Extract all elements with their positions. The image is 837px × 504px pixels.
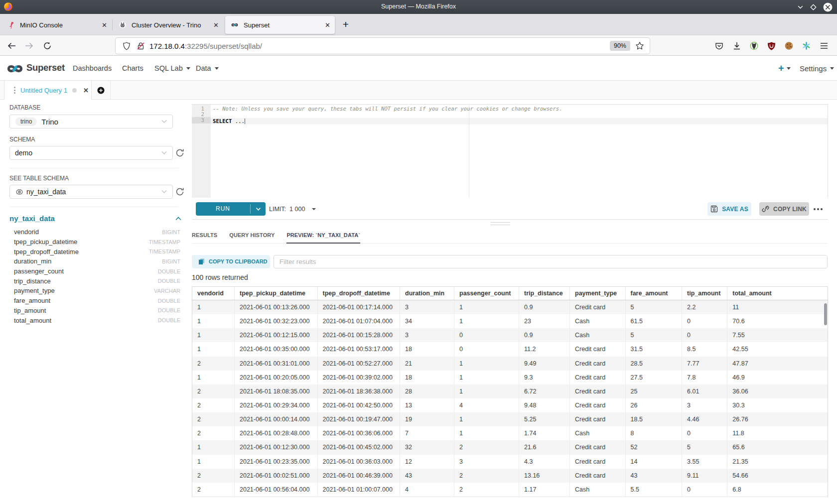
grid-header-row: vendoridtpep_pickup_datetimetpep_dropoff… <box>192 287 828 300</box>
grid-header-cell[interactable]: total_amount <box>727 287 828 300</box>
run-options-button[interactable] <box>251 202 266 216</box>
rabbit-icon <box>119 21 127 29</box>
url-input[interactable]: 172.18.0.4:32295/superset/sqllab/ 90% <box>116 38 650 54</box>
browser-tab-minio[interactable]: MinIO Console ✕ <box>1 16 112 34</box>
reload-button[interactable] <box>40 39 54 53</box>
nav-item-settings[interactable]: Settings <box>800 64 834 73</box>
add-query-tab-button[interactable] <box>92 81 111 100</box>
new-tab-button[interactable]: + <box>340 18 352 31</box>
pane-resize-handle[interactable] <box>491 222 510 225</box>
grid-header-cell[interactable]: fare_amount <box>626 287 683 300</box>
editor-toolbar: RUN LIMIT: 1 000 SAVE AS COPY LINK <box>192 198 828 220</box>
nav-item-charts[interactable]: Charts <box>122 64 143 72</box>
table-row[interactable]: 12021-06-01 00:35:00.0002021-06-01 00:53… <box>192 342 828 356</box>
window-close-button[interactable] <box>823 2 833 12</box>
browser-tab-trino[interactable]: Cluster Overview - Trino ✕ <box>113 16 223 34</box>
sql-editor[interactable]: 1 2 3 -- Note: Unless you save your quer… <box>192 104 828 198</box>
nav-item-dashboards[interactable]: Dashboards <box>73 64 112 72</box>
nav-item-sql-lab[interactable]: SQL Lab <box>154 64 190 72</box>
grid-header-cell[interactable]: passenger_count <box>454 287 519 300</box>
table-row[interactable]: 12021-06-01 00:12:15.0002021-06-01 00:15… <box>192 328 828 342</box>
save-as-button[interactable]: SAVE AS <box>707 202 751 216</box>
editor-comment-line: -- Note: Unless you save your query, the… <box>213 106 562 112</box>
grid-header-cell[interactable]: trip_distance <box>519 287 570 300</box>
table-row[interactable]: 12021-06-01 00:23:35.0002021-06-01 00:36… <box>192 455 828 469</box>
copy-link-button[interactable]: COPY LINK <box>759 202 809 216</box>
tab-close-icon[interactable]: ✕ <box>325 21 330 29</box>
browser-tab-superset[interactable]: Superset ✕ <box>225 16 335 34</box>
plus-icon: + <box>778 64 784 73</box>
forward-button[interactable] <box>22 39 36 53</box>
table-row[interactable]: 22021-06-01 00:02:51.0002021-06-01 00:46… <box>192 469 828 483</box>
table-row[interactable]: 22021-06-01 00:28:48.0002021-06-01 00:36… <box>192 426 828 440</box>
ublock-icon[interactable] <box>767 42 776 50</box>
column-type: DOUBLE <box>158 298 180 304</box>
table-row[interactable]: 12021-06-01 00:32:23.0002021-06-01 01:07… <box>192 314 828 328</box>
new-item-button[interactable]: + <box>778 64 791 73</box>
table-row[interactable]: 22021-06-01 00:56:04.0002021-06-01 01:00… <box>192 483 828 497</box>
browser-tab-title: MinIO Console <box>20 21 99 29</box>
column-name: vendorid <box>14 228 39 236</box>
table-schema-header[interactable]: ny_taxi_data <box>9 214 181 223</box>
copy-to-clipboard-button[interactable]: COPY TO CLIPBOARD <box>192 255 270 268</box>
query-tabs-bar: Untitled Query 1 ✕ <box>0 81 837 100</box>
grid-header-cell[interactable]: duration_min <box>400 287 454 300</box>
tab-close-icon[interactable]: ✕ <box>213 21 219 29</box>
table-row[interactable]: 12021-06-01 00:12:30.0002021-06-01 00:45… <box>192 440 828 454</box>
grid-header-cell[interactable]: tip_amount <box>682 287 727 300</box>
filter-results-input[interactable] <box>274 255 828 268</box>
bookmark-star-icon[interactable] <box>635 41 644 50</box>
window-maximize-button[interactable] <box>810 4 817 10</box>
lock-insecure-icon[interactable] <box>137 42 145 50</box>
schema-select[interactable]: demo <box>9 146 173 160</box>
table-row[interactable]: 22021-06-01 00:00:14.0002021-06-01 00:19… <box>192 412 828 426</box>
query-tab[interactable]: Untitled Query 1 ✕ <box>4 81 92 100</box>
table-row[interactable]: 22021-06-01 00:31:01.0002021-06-01 00:52… <box>192 357 828 371</box>
see-table-schema-label: SEE TABLE SCHEMA <box>9 175 69 182</box>
chevron-up-icon[interactable] <box>175 217 181 221</box>
run-query-button[interactable]: RUN <box>196 202 266 216</box>
superset-logo <box>5 62 24 76</box>
drag-grip-icon[interactable] <box>14 87 15 94</box>
browser-tab-title: Cluster Overview - Trino <box>132 21 210 29</box>
extension-burst-icon[interactable] <box>802 42 811 50</box>
window-minimize-button[interactable] <box>797 4 804 10</box>
refresh-tables-icon[interactable] <box>175 187 184 196</box>
grid-header-cell[interactable]: tpep_dropoff_datetime <box>318 287 401 300</box>
table-row[interactable]: 12021-06-01 00:20:05.0002021-06-01 00:39… <box>192 371 828 384</box>
rows-returned-text: 100 rows returned <box>192 273 248 281</box>
tab-results[interactable]: RESULTS <box>192 228 217 244</box>
chevron-down-icon <box>161 151 167 155</box>
zoom-level-badge[interactable]: 90% <box>610 41 630 51</box>
menu-hamburger-icon[interactable] <box>820 42 828 50</box>
more-options-button[interactable] <box>811 202 825 216</box>
grid-header-cell[interactable]: vendorid <box>192 287 235 300</box>
privacy-badger-icon[interactable] <box>750 42 758 50</box>
database-select[interactable]: trino Trino <box>9 115 173 128</box>
limit-dropdown[interactable]: LIMIT: 1 000 <box>269 202 316 216</box>
table-row[interactable]: 22021-06-01 00:29:34.0002021-06-01 00:42… <box>192 398 828 412</box>
table-row[interactable]: 12021-06-01 00:13:26.0002021-06-01 00:17… <box>192 300 828 314</box>
downloads-icon[interactable] <box>732 42 741 50</box>
query-tab-close-icon[interactable]: ✕ <box>83 87 89 94</box>
editor-print-margin <box>469 105 469 198</box>
refresh-schemas-icon[interactable] <box>175 148 184 157</box>
superset-icon <box>231 21 239 29</box>
column-name: duration_min <box>14 257 51 265</box>
table-row[interactable]: 22021-06-01 18:08:35.0002021-06-01 18:36… <box>192 384 828 398</box>
tab-query-history[interactable]: QUERY HISTORY <box>229 228 275 244</box>
shield-icon[interactable] <box>123 42 131 50</box>
nav-item-data[interactable]: Data <box>196 64 219 72</box>
cookie-icon[interactable] <box>785 42 793 50</box>
tab-preview[interactable]: PREVIEW: `NY_TAXI_DATA` <box>286 228 360 244</box>
table-select[interactable]: ny_taxi_data <box>9 185 173 199</box>
grid-scrollbar-thumb[interactable] <box>824 303 827 325</box>
tab-close-icon[interactable]: ✕ <box>102 21 107 29</box>
chevron-down-icon <box>161 120 167 124</box>
back-button[interactable] <box>4 39 18 53</box>
pocket-icon[interactable] <box>715 42 723 50</box>
grid-header-cell[interactable]: payment_type <box>570 287 626 300</box>
table-column-row: fare_amount DOUBLE <box>9 296 180 306</box>
divider <box>9 207 179 207</box>
grid-header-cell[interactable]: tpep_pickup_datetime <box>235 287 318 300</box>
